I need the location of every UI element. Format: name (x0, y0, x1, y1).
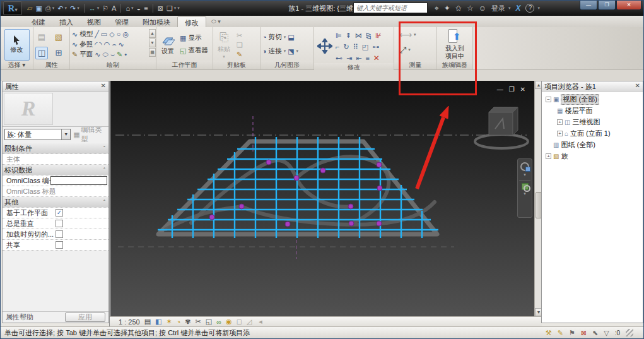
scale-icon[interactable]: ◰ (362, 43, 368, 51)
application-menu-button[interactable]: R▾ (3, 1, 22, 15)
crop-view-icon[interactable]: ✂ (196, 318, 201, 326)
arc-tangent-icon[interactable]: ◠ (104, 40, 110, 49)
3d-viewport[interactable]: — ❐ ✕ (110, 81, 534, 316)
ribbon-display-toggle[interactable]: ⬭ ▾ (211, 18, 221, 27)
render-icon[interactable]: ✾ (185, 318, 190, 326)
spline-through-points-icon[interactable]: ∿ (95, 51, 100, 59)
shared-checkbox[interactable] (56, 241, 63, 249)
reveal-hidden-icon[interactable]: ◉ (226, 318, 232, 326)
expand-icon[interactable]: + (557, 119, 563, 125)
user-icon[interactable]: ☺ (479, 4, 486, 13)
undo-dropdown[interactable]: ▾ (64, 6, 67, 11)
crop-region-icon[interactable]: ◱ (206, 318, 212, 326)
tree-label[interactable]: 视图 (全部) (561, 94, 599, 105)
tab-modify[interactable]: 修改 (177, 16, 206, 27)
browser-close-icon[interactable]: ✕ (635, 82, 640, 89)
customize-qat-dropdown[interactable]: ▾ (177, 6, 180, 11)
align-icon[interactable]: ⊫ (336, 32, 342, 40)
show-workplane-button[interactable]: ▦ 显示 (180, 33, 208, 43)
editable-only-icon[interactable]: ✎ (558, 329, 563, 337)
viewcube[interactable] (475, 107, 528, 148)
pick-lines-icon[interactable]: ✎ (117, 51, 122, 59)
redo-dropdown[interactable]: ▾ (77, 6, 79, 11)
pin-icon[interactable]: ⊶ (372, 43, 379, 51)
rectangle-tool-icon[interactable]: ▭ (101, 30, 107, 39)
drag-elements-icon[interactable]: ⬉ (592, 329, 598, 337)
match-icon[interactable]: ≡ (365, 54, 369, 62)
tree-item-floor-plans[interactable]: ▦ 楼层平面 (543, 105, 643, 116)
arc-center-icon[interactable]: ◝ (99, 40, 102, 49)
exclude-options-icon[interactable]: ⊠ (581, 329, 587, 337)
array-icon[interactable]: ⠿ (353, 43, 358, 51)
sync-dropdown[interactable]: ▾ (52, 6, 55, 11)
group-constraints[interactable]: 限制条件ˆ (3, 143, 108, 154)
help-icon[interactable]: ? (525, 4, 534, 13)
expand-icon[interactable]: + (546, 153, 551, 159)
section-icon[interactable]: ◒ (137, 3, 141, 13)
filter-icon[interactable]: ▽ (604, 329, 609, 337)
cut-extra-icon[interactable]: ⬓ (288, 33, 294, 42)
visual-style-icon[interactable]: ◧ (155, 318, 161, 326)
offset-icon[interactable]: ⇞ (346, 32, 351, 40)
set-workplane-button[interactable]: 设置 (158, 29, 177, 61)
tree-item-views[interactable]: − ▣ 视图 (全部) (543, 93, 643, 105)
browser-title-bar[interactable]: 项目浏览器 - 族1 ✕ (542, 81, 643, 92)
view-dropdown[interactable]: ▾ (131, 6, 134, 11)
paste-button[interactable]: ⎘ 粘贴 ▾ (215, 29, 233, 61)
spline-tool-icon[interactable]: ∿ (119, 40, 124, 49)
properties-toggle-icon[interactable]: ◫ (35, 47, 48, 59)
redo-icon[interactable]: ↷ (70, 3, 76, 13)
always-vertical-checkbox[interactable] (56, 220, 63, 227)
switch-windows-dropdown[interactable]: ▾ (174, 6, 177, 11)
family-category-icon[interactable]: ▧ (52, 30, 65, 43)
tree-label[interactable]: 楼层平面 (565, 106, 592, 116)
view-minimize-icon[interactable]: — (497, 86, 503, 93)
sun-path-icon[interactable]: ✶ (166, 318, 172, 326)
tag-icon[interactable]: ⚐ (102, 3, 108, 13)
param-host[interactable]: 主体 (3, 154, 108, 165)
close-hidden-windows-icon[interactable]: ⊠ (158, 3, 163, 13)
steering-wheel-icon[interactable] (520, 162, 529, 171)
family-types-icon[interactable]: ▤ (35, 30, 48, 43)
arc-fillet-icon[interactable]: ⌢ (112, 40, 116, 49)
close-button[interactable]: ✕ (616, 1, 641, 10)
dimension-dropdown[interactable]: ▾ (97, 6, 100, 11)
default-3d-view-icon[interactable]: ⌂ (126, 3, 130, 13)
resize-grip[interactable] (626, 329, 633, 336)
viewbar-more-icon[interactable]: ◂ (259, 318, 262, 326)
cut-geometry-button[interactable]: ◔ 剪切▾ ⬓ (262, 32, 312, 42)
tab-create[interactable]: 创建 (25, 16, 52, 27)
zoom-region-icon[interactable] (522, 183, 529, 190)
delete-icon[interactable]: ✕ (373, 54, 380, 62)
ellipse-tool-icon[interactable]: ⬭ (102, 51, 108, 59)
subscription-icon[interactable]: ✩ (455, 4, 462, 13)
edit-type-button[interactable]: ▦ 编辑类型 (73, 125, 107, 144)
tree-item-elevations[interactable]: + ⌂ 立面 (立面 1) (543, 128, 643, 139)
favorites-star-icon[interactable]: ☆ (467, 4, 474, 13)
extend-icon[interactable]: ⇥ (346, 54, 352, 62)
view-close-icon[interactable]: ✕ (520, 86, 525, 93)
view-restore-icon[interactable]: ❐ (509, 86, 515, 93)
workplane-viewer-button[interactable]: ◱ 查看器 (180, 45, 208, 56)
line-tool-icon[interactable]: ╱ (95, 30, 99, 39)
rotate-icon[interactable]: ↻ (343, 43, 349, 51)
worksharing-icon[interactable]: ⚒ (546, 329, 552, 337)
draw-model-label[interactable]: 模型 (79, 30, 93, 39)
lock-3d-view-icon[interactable]: ◻ (237, 318, 242, 326)
view-scale-button[interactable]: 1 : 250 (119, 318, 140, 326)
tree-label[interactable]: 立面 (立面 1) (570, 129, 611, 138)
partial-ellipse-icon[interactable]: ⌣ (110, 51, 115, 59)
mirror-pick-icon[interactable]: ⧎ (366, 32, 372, 40)
apply-button[interactable]: 应用 (65, 312, 105, 322)
help-dropdown[interactable]: ▾ (537, 6, 540, 11)
copy-icon[interactable]: ❏ (237, 41, 243, 49)
point-tool-icon[interactable]: • (124, 51, 127, 58)
draw-reference-label[interactable]: 参照 (79, 40, 93, 49)
group-identity-data[interactable]: 标识数据ˆ (3, 165, 108, 175)
polygon-tool-icon[interactable]: ◇ (109, 30, 114, 39)
gallery-up-icon[interactable]: ▲ (149, 29, 156, 38)
gallery-expand-icon[interactable]: ▦ (149, 48, 156, 57)
collapse-icon[interactable]: − (546, 97, 551, 102)
save-icon[interactable]: ▣ (35, 3, 42, 13)
text-icon[interactable]: A (112, 3, 116, 13)
